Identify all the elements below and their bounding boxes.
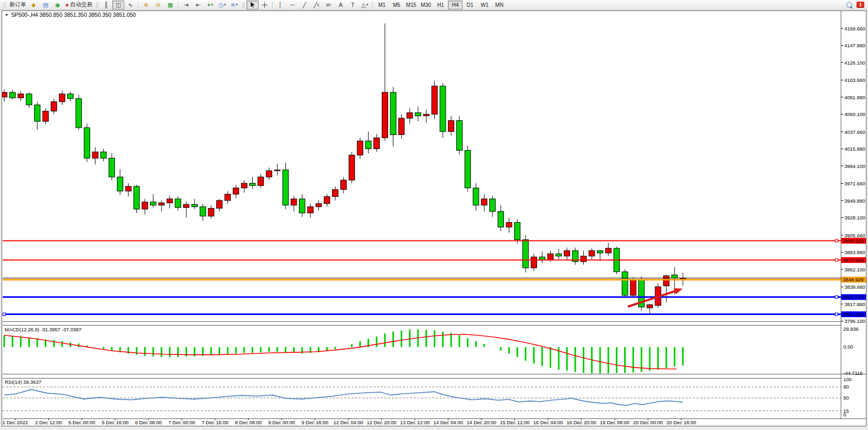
templates-button[interactable]: ≋▾ [228,1,240,9]
indicators-button[interactable]: +▾ [204,1,216,9]
chart-title-bar[interactable]: ▼ SP500-,H4 3850.850 3851.350 3850.350 3… [5,12,136,18]
timeframe-mn-button[interactable]: MN [492,1,507,9]
line-handle[interactable] [835,239,838,242]
candle-body-down [597,250,603,253]
candlestick-button[interactable]: ◫ [112,1,124,9]
notifications-badge[interactable]: 1 [856,2,864,8]
zoom-out-button[interactable]: ⊖ [152,1,164,9]
chart-window: ▼ SP500-,H4 3850.850 3851.350 3850.350 3… [2,11,866,426]
pane-splitter[interactable] [3,374,841,377]
fibonacci-button[interactable]: ≡F [323,1,335,9]
text-tool-icon: A [339,2,342,8]
candle-body-up [274,170,280,171]
time-axis[interactable]: 1 Dec 20222 Dec 12:005 Dec 00:005 Dec 16… [3,418,696,425]
add-indicator-icon: + [207,2,210,8]
publish-chart-button[interactable]: ▤ [40,1,52,9]
toolbar-grip[interactable] [242,2,244,8]
chart-shift-button[interactable]: ⇤ [192,1,204,9]
price-tick-label: 4126.100 [844,60,865,66]
toolbar-grip[interactable] [96,2,98,8]
search-icon[interactable] [846,2,852,8]
line-handle[interactable] [3,313,6,316]
auto-scroll-button[interactable]: ⇥ [180,1,192,9]
horizontal-line-icon: ─ [291,2,295,8]
candle-body-up [241,183,247,188]
candle [440,83,446,138]
periods-button[interactable]: ◷▾ [216,1,228,9]
horizontal-line-3804.769[interactable] [3,313,841,316]
candle-body-down [672,275,678,278]
line-handle[interactable] [835,259,838,261]
zoom-in-icon: ⊕ [144,2,148,8]
horizontal-line-button[interactable]: ─ [286,1,298,9]
candle [316,201,322,211]
candle [456,116,462,154]
tile-windows-button[interactable]: ▦ [164,1,176,9]
autotrade-label: 自动交易 [70,1,92,8]
timeframe-d1-button[interactable]: D1 [463,1,477,9]
macd-pane[interactable]: MACD(12,26,9) -31.3957 -37.038729.8360.0… [4,326,863,376]
collapse-arrow-icon[interactable]: ▼ [5,13,8,17]
line-chart-icon: ∿ [128,2,133,8]
line-chart-button[interactable]: ∿ [124,1,136,9]
candle [51,99,57,114]
autotrade-button[interactable]: ● 自动交易 [64,1,94,9]
timeframe-h4-button[interactable]: H4 [448,1,463,9]
new-order-button[interactable]: 新订单 [8,1,28,9]
timeframe-m5-button[interactable]: M5 [389,1,404,9]
horizontal-line-3898.615[interactable] [3,239,841,242]
label-tool-button[interactable]: T [347,1,359,9]
timeframe-m1-button[interactable]: M1 [374,1,389,9]
time-tick-label: 20 Dec 00:00 [633,419,663,425]
chart-title: SP500-,H4 3850.850 3851.350 3850.350 385… [11,12,136,18]
candle-body-down [175,199,181,207]
signals-button[interactable]: ◉ [52,1,64,9]
candle [283,163,288,209]
candle-body-down [101,152,106,158]
timeframe-m15-button[interactable]: M15 [404,1,419,9]
timeframe-h1-button[interactable]: H1 [433,1,448,9]
candle [208,205,214,218]
time-tick-label: 12 Dec 20:00 [367,419,397,425]
rsi-line [4,390,683,405]
rsi-pane[interactable]: RSI(14) 38.36371008050150 [3,376,852,417]
candle-body-up [208,208,214,216]
equidistant-channel-icon: ╱ [314,2,317,8]
line-handle[interactable] [835,296,838,298]
shapes-button[interactable]: △▾ [359,1,371,9]
timeframe-m30-button[interactable]: M30 [419,1,433,9]
vertical-line-button[interactable]: │ [274,1,286,9]
price-axis[interactable]: 4169.6604147.8804126.1004103.6604081.880… [841,26,866,324]
chart-canvas[interactable]: 4169.6604147.8804126.1004103.6604081.880… [2,11,866,426]
candle-body-up [548,254,553,260]
cursor-button[interactable] [247,1,259,9]
candle-body-up [142,202,148,209]
candle-body-up [340,180,346,190]
rsi-axis-label: 0 [843,412,846,417]
timeframe-w1-button[interactable]: W1 [477,1,492,9]
candle [506,218,512,233]
candle [340,177,346,193]
channel-button[interactable]: ╱E [310,1,323,9]
candle [622,269,628,297]
price-tick-label: 4169.660 [844,26,865,32]
macd-axis-label: 0.00 [843,344,853,350]
time-tick-label: 2 Dec 12:00 [35,419,62,425]
horizontal-line-3873.988[interactable] [3,259,841,261]
bar-chart-button[interactable]: ║ [100,1,112,9]
new-chart-button[interactable]: ◆ [28,1,40,9]
zoom-in-button[interactable]: ⊕ [140,1,152,9]
line-handle[interactable] [835,313,838,316]
candle-body-down [200,207,206,216]
trendline-button[interactable]: ╱ [298,1,310,9]
candle-body-down [456,121,462,151]
candle-body-down [440,86,446,132]
chevron-down-icon: ▾ [236,3,238,7]
horizontal-line-3826.733[interactable] [3,296,841,298]
candle [184,202,189,218]
crosshair-button[interactable] [259,1,271,9]
candle [266,167,272,180]
text-tool-button[interactable]: A [335,1,347,9]
pane-splitter[interactable] [3,322,841,324]
toolbar-grip[interactable] [4,2,6,8]
